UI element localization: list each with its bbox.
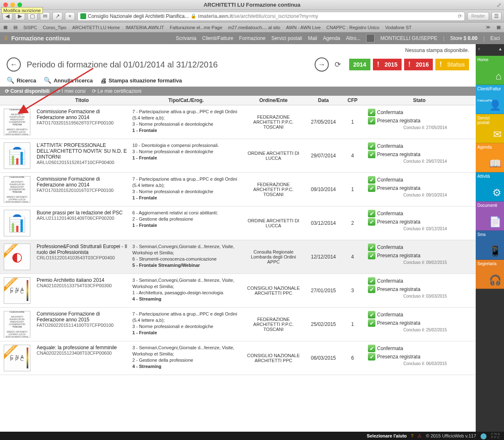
table-row[interactable]: GRATUITO◐Professione&Fondi Strutturali E… xyxy=(0,240,476,274)
year-button-2015[interactable]: !2015 xyxy=(373,59,402,70)
bookmark-item[interactable]: AWN - AWN Live xyxy=(286,25,320,30)
course-thumb: GRATUITOC N AP P C xyxy=(4,345,30,371)
appmenu-item[interactable]: Altro... xyxy=(346,35,360,41)
course-status: ✔Confermata✔Presenza registrataConcluso … xyxy=(363,142,476,170)
logout-button[interactable]: Esci xyxy=(490,35,500,41)
table-row[interactable]: GRATUITOC N AP P CAequale: la profession… xyxy=(0,341,476,375)
bookmark-menu-icon[interactable]: ▦ xyxy=(3,25,7,30)
course-code: CNA02022015123408T03CFP00600 xyxy=(37,351,127,355)
nav-tile-sms[interactable]: Sms📱 xyxy=(476,231,504,260)
table-row[interactable]: FEDERAZIONEARCHITETTIPIANIFICATORIPAESAG… xyxy=(0,308,476,341)
check-icon: ✔ xyxy=(368,252,375,259)
menu-button[interactable]: ☰ xyxy=(492,12,502,20)
grid-icon[interactable]: ▤ xyxy=(13,25,17,30)
course-title: Aequale: la professione al femminile xyxy=(37,345,127,351)
bookmarks-menu[interactable]: ▦ xyxy=(497,25,501,30)
course-date: 29/07/2014 xyxy=(305,142,342,170)
address-bar[interactable]: Consiglio Nazionale degli Architetti Pia… xyxy=(77,12,465,21)
prev-period-button[interactable]: ← xyxy=(7,57,21,72)
tooltip: Modifica iscrizione xyxy=(1,7,43,14)
bookmark-item[interactable]: Corso_Tipo xyxy=(43,25,66,30)
nav-tile-documenti[interactable]: Documenti📄 xyxy=(476,201,504,231)
nav-tile-home[interactable]: Home⌂ xyxy=(476,56,504,85)
table-row[interactable]: 👤📊L'ATTIVITA' PROFESSIONALE DELL'ARCHITE… xyxy=(0,139,476,173)
warning-icon[interactable]: ⚠ xyxy=(417,433,422,439)
tile-icon: 📄 xyxy=(489,216,502,228)
year-button-2016[interactable]: !2016 xyxy=(404,59,433,70)
print-button[interactable]: 🖨Stampa situazione formativa xyxy=(100,77,182,84)
nav-tile-agenda[interactable]: Agenda📖 xyxy=(476,143,504,172)
right-nav: ‹ ▴ Home⌂Clienti/FatturFatturaPA👤Servizi… xyxy=(476,44,504,432)
nav-back-icon[interactable]: ‹ xyxy=(478,46,480,54)
share-button[interactable]: ↗ xyxy=(52,12,62,20)
help-icon[interactable]: ? xyxy=(411,433,413,438)
course-cfp: 1 xyxy=(342,310,363,338)
check-icon: ✔ xyxy=(368,319,375,327)
fullscreen-icon[interactable]: ⤢ xyxy=(497,2,504,8)
favicon-icon xyxy=(80,13,86,19)
close-icon[interactable] xyxy=(3,2,8,7)
bookmarks-overflow[interactable]: ≫ xyxy=(486,25,491,30)
course-date: 27/05/2014 xyxy=(305,108,342,136)
maximize-icon[interactable] xyxy=(17,2,22,7)
bookmark-item[interactable]: Fatturazione el...me Page xyxy=(170,25,222,30)
course-ente: CONSIGLIO NAZIONALE ARCHITETTI PPC xyxy=(242,344,305,372)
appmenu-item[interactable]: Clienti/Fatture xyxy=(202,35,233,41)
year-button-2014[interactable]: 2014 xyxy=(349,59,370,70)
course-status: ✔Confermata✔Presenza registrataConcluso … xyxy=(363,108,476,136)
clear-search-button[interactable]: 🔍Annulla ricerca xyxy=(44,77,93,84)
appmenu-item[interactable]: Servizi postali xyxy=(271,35,302,41)
bookmarks-bar: ▦ ▤ SISPCCorso_TipoARCHITETTI LU HomeIMA… xyxy=(0,22,504,32)
tab-0[interactable]: ⟳Corsi disponibili xyxy=(2,88,52,94)
appmenu-item[interactable]: Mail xyxy=(308,35,317,41)
bookmark-item[interactable]: m27.mediatouch.... al sito xyxy=(228,25,280,30)
period-title: Periodo di formazione dal 01/01/2014 al … xyxy=(27,60,309,70)
appmenu-item[interactable]: Formazione xyxy=(239,35,266,41)
check-icon: ✔ xyxy=(368,277,375,285)
nav-fold-icon[interactable]: ▴ xyxy=(499,46,502,54)
bookmark-item[interactable]: ARCHITETTI LU Home xyxy=(72,25,119,30)
refresh-button[interactable]: ⟳ xyxy=(335,60,341,69)
help-selector[interactable]: Selezionare l'aiuto xyxy=(367,433,407,438)
table-row[interactable]: FEDERAZIONEARCHITETTIPIANIFICATORIPAESAG… xyxy=(0,173,476,206)
bookmark-item[interactable]: SISPC xyxy=(23,25,37,30)
check-icon: ✔ xyxy=(368,117,375,124)
tab-1[interactable]: ⟳I miei corsi xyxy=(54,88,88,94)
next-period-button[interactable]: → xyxy=(315,57,329,72)
appmenu-item[interactable]: Scrivania xyxy=(176,35,196,41)
appmenu-item[interactable]: Agenda xyxy=(323,35,340,41)
course-code: FATO17032015201016T07CFP00100 xyxy=(37,188,127,193)
course-cfp: 2 xyxy=(342,209,363,237)
nav-tile-segretaria[interactable]: Segretaria🎧 xyxy=(476,260,504,289)
course-thumb: 👤📊 xyxy=(4,210,30,236)
check-icon: ✔ xyxy=(368,151,375,158)
year-button-status[interactable]: !Status xyxy=(435,59,469,70)
check-icon: ✔ xyxy=(368,345,375,352)
bookmark-item[interactable]: CNAPPC : Registro Unico xyxy=(326,25,379,30)
check-icon: ✔ xyxy=(368,142,375,150)
col-cfp: CFP xyxy=(342,96,363,105)
course-status: ✔Confermata✔Presenza registrataConcluso … xyxy=(363,243,476,271)
reader-button[interactable]: Reader xyxy=(467,12,489,20)
minimize-icon[interactable] xyxy=(10,2,15,7)
add-tab-button[interactable]: + xyxy=(65,12,75,20)
search-button[interactable]: 🔍Ricerca xyxy=(7,77,36,84)
nav-tile-attivit[interactable]: Attività⚙ xyxy=(476,172,504,201)
table-row[interactable]: FEDERAZIONEARCHITETTIPIANIFICATORIPAESAG… xyxy=(0,105,476,139)
course-date: 12/12/2014 xyxy=(305,243,342,271)
table-row[interactable]: GRATUITOC N AP P CPremio Architetto ital… xyxy=(0,274,476,308)
chevron-icon: ⟳ xyxy=(92,88,96,94)
nav-tile-clientifattur[interactable]: Clienti/FatturFatturaPA👤 xyxy=(476,85,504,114)
course-title: L'ATTIVITA' PROFESSIONALE DELL'ARCHITETT… xyxy=(37,142,127,160)
table-row[interactable]: 👤📊Buone prassi per la redazione del PSCA… xyxy=(0,206,476,240)
bookmark-item[interactable]: Vodafone ST xyxy=(385,25,412,30)
user-icon[interactable] xyxy=(366,34,375,42)
nav-tile-servizipostali[interactable]: Servizi postali✉ xyxy=(476,114,504,143)
mac-titlebar: ARCHITETTI LU Formazione continua ⤢ Modi… xyxy=(0,0,504,10)
course-code: CRLO15122014103543T03CFP00400 xyxy=(37,255,127,260)
reload-icon[interactable]: ⟳ xyxy=(458,13,462,19)
store-balance[interactable]: Store $ 0.00 xyxy=(450,35,477,41)
tab-2[interactable]: ⟳Le mie certificazioni xyxy=(89,88,144,94)
bookmark-item[interactable]: IMATERIA.AWN.IT xyxy=(126,25,164,30)
course-title: Professione&Fondi Strutturali Europei - … xyxy=(37,244,127,255)
